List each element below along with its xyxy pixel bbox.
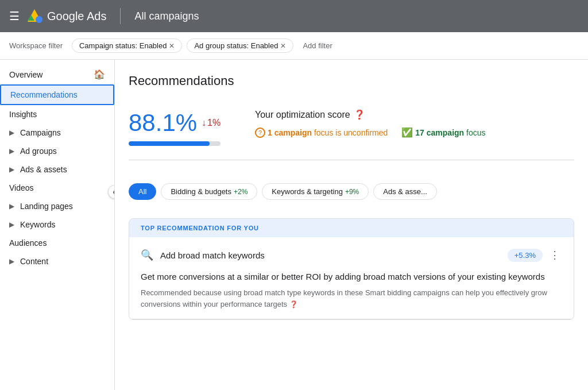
sidebar-item-overview-label: Overview: [9, 70, 42, 79]
rec-card-header: 🔍 Add broad match keywords +5.3% ⋮: [141, 246, 562, 264]
rec-search-icon: 🔍: [141, 249, 153, 261]
main-layout: Overview 🏠 Recommendations Insights ▶ Ca…: [0, 60, 588, 390]
sidebar-item-landing-pages[interactable]: ▶ Landing pages: [0, 197, 114, 215]
ad-groups-expand-arrow: ▶: [9, 147, 14, 155]
ad-group-status-label: Ad group status: Enabled: [194, 41, 278, 50]
score-right: Your optimization score ❓ ? 1 campaign f…: [255, 109, 574, 138]
ad-group-status-close-icon[interactable]: ✕: [280, 42, 286, 50]
header-divider: [120, 8, 121, 24]
filter-tabs-wrapper: All Bidding & budgets +2% Keywords & tar…: [129, 183, 574, 209]
rec-card-actions: +5.3% ⋮: [508, 246, 562, 264]
rec-detail-text: Recommended because using broad match ty…: [141, 288, 547, 308]
content-expand-arrow: ▶: [9, 257, 14, 265]
tab-all[interactable]: All: [129, 183, 156, 200]
google-ads-logo-icon: [26, 8, 42, 24]
rec-more-button[interactable]: ⋮: [547, 246, 562, 264]
ads-assets-expand-arrow: ▶: [9, 165, 14, 173]
score-progress-bar: [129, 141, 220, 146]
sidebar-item-content-label: Content: [20, 257, 48, 266]
top-rec-banner: TOP RECOMMENDATION FOR YOU: [129, 219, 574, 237]
content-wrapper: Recommendations 88.1% ↓ 1%: [129, 74, 574, 320]
campaign-status-label: Campaign status: Enabled: [79, 41, 167, 50]
sidebar: Overview 🏠 Recommendations Insights ▶ Ca…: [0, 60, 115, 390]
tab-keywords-label: Keywords & targeting: [272, 187, 343, 196]
sidebar-item-videos-label: Videos: [9, 183, 34, 192]
sidebar-item-ads-assets-label: Ads & assets: [20, 165, 67, 174]
unconfirmed-text: 1 campaign focus is unconfirmed: [268, 128, 388, 137]
app-name: Google Ads: [47, 10, 106, 23]
sidebar-item-audiences[interactable]: Audiences: [0, 234, 114, 252]
tab-bidding-budgets[interactable]: Bidding & budgets +2%: [161, 183, 257, 200]
score-title-text: Your optimization score: [255, 110, 350, 120]
sidebar-item-insights-label: Insights: [9, 110, 37, 119]
campaign-status-close-icon[interactable]: ✕: [169, 42, 175, 50]
sidebar-item-recommendations[interactable]: Recommendations: [0, 84, 114, 105]
recommendation-section: TOP RECOMMENDATION FOR YOU 🔍 Add broad m…: [129, 218, 574, 320]
rec-detail-help-icon[interactable]: ❓: [289, 300, 298, 308]
sidebar-item-landing-pages-label: Landing pages: [20, 202, 73, 211]
rec-description: Get more conversions at a similar or bet…: [141, 271, 562, 283]
campaign-status-filter[interactable]: Campaign status: Enabled ✕: [72, 38, 182, 53]
score-bar-fill: [129, 141, 210, 146]
filter-tabs: All Bidding & budgets +2% Keywords & tar…: [129, 183, 574, 200]
sidebar-item-ad-groups-label: Ad groups: [20, 146, 57, 156]
app-header: ☰ Google Ads All campaigns: [0, 0, 588, 32]
rec-score-badge: +5.3%: [508, 249, 543, 262]
confirmed-status: ✅ 17 campaign focus: [401, 127, 485, 138]
tab-keywords-targeting[interactable]: Keywords & targeting +9%: [262, 183, 369, 200]
tab-ads-assets[interactable]: Ads & asse...: [373, 183, 437, 200]
sidebar-item-recommendations-label: Recommendations: [10, 90, 78, 99]
sidebar-item-ad-groups[interactable]: ▶ Ad groups: [0, 142, 114, 160]
home-icon: 🏠: [94, 69, 105, 80]
page-title: Recommendations: [129, 74, 574, 88]
sidebar-item-videos[interactable]: Videos: [0, 179, 114, 197]
sidebar-item-audiences-label: Audiences: [9, 238, 47, 248]
app-logo: Google Ads: [26, 8, 106, 24]
filter-bar: Workspace filter Campaign status: Enable…: [0, 32, 588, 60]
tab-ads-label: Ads & asse...: [383, 187, 427, 196]
campaigns-expand-arrow: ▶: [9, 129, 14, 137]
confirmed-text: 17 campaign focus: [415, 128, 485, 137]
sidebar-item-campaigns-label: Campaigns: [20, 128, 61, 137]
rec-title-row: 🔍 Add broad match keywords: [141, 249, 265, 261]
workspace-filter-label: Workspace filter: [9, 41, 63, 50]
tab-bidding-badge: +2%: [234, 188, 247, 196]
unconfirmed-icon: ?: [255, 128, 265, 138]
unconfirmed-status: ? 1 campaign focus is unconfirmed: [255, 128, 388, 138]
sidebar-item-content[interactable]: ▶ Content: [0, 252, 114, 271]
sidebar-item-insights[interactable]: Insights: [0, 105, 114, 123]
header-page-title: All campaigns: [134, 10, 199, 22]
sidebar-item-campaigns[interactable]: ▶ Campaigns: [0, 123, 114, 142]
recommendation-card: 🔍 Add broad match keywords +5.3% ⋮ Get m…: [129, 237, 574, 319]
tab-bidding-label: Bidding & budgets: [171, 187, 231, 196]
score-section: 88.1% ↓ 1% Your optimization score ❓: [129, 109, 574, 160]
score-value: 88.1%: [129, 109, 197, 137]
score-status-row: ? 1 campaign focus is unconfirmed ✅ 17 c…: [255, 127, 574, 138]
svg-point-1: [36, 16, 42, 23]
landing-pages-expand-arrow: ▶: [9, 202, 14, 210]
confirmed-icon: ✅: [401, 127, 413, 138]
tab-all-label: All: [138, 187, 146, 196]
sidebar-item-overview[interactable]: Overview 🏠: [0, 64, 114, 84]
score-number-row: 88.1% ↓ 1%: [129, 109, 232, 137]
sidebar-item-keywords[interactable]: ▶ Keywords: [0, 215, 114, 234]
menu-icon[interactable]: ☰: [9, 9, 20, 23]
rec-detail: Recommended because using broad match ty…: [141, 287, 562, 310]
score-change-value: 1%: [207, 118, 220, 128]
score-title: Your optimization score ❓: [255, 109, 574, 120]
ad-group-status-filter[interactable]: Ad group status: Enabled ✕: [187, 38, 293, 53]
sidebar-item-ads-assets[interactable]: ▶ Ads & assets: [0, 160, 114, 179]
add-filter-button[interactable]: Add filter: [298, 39, 336, 52]
tab-keywords-badge: +9%: [345, 188, 359, 196]
rec-card-name: Add broad match keywords: [160, 250, 265, 260]
content-area: Recommendations 88.1% ↓ 1%: [115, 60, 588, 390]
sidebar-item-keywords-label: Keywords: [20, 220, 55, 229]
down-arrow-icon: ↓: [202, 118, 206, 128]
score-help-icon[interactable]: ❓: [354, 109, 365, 120]
score-left: 88.1% ↓ 1%: [129, 109, 232, 146]
score-change: ↓ 1%: [202, 118, 220, 128]
keywords-expand-arrow: ▶: [9, 221, 14, 229]
